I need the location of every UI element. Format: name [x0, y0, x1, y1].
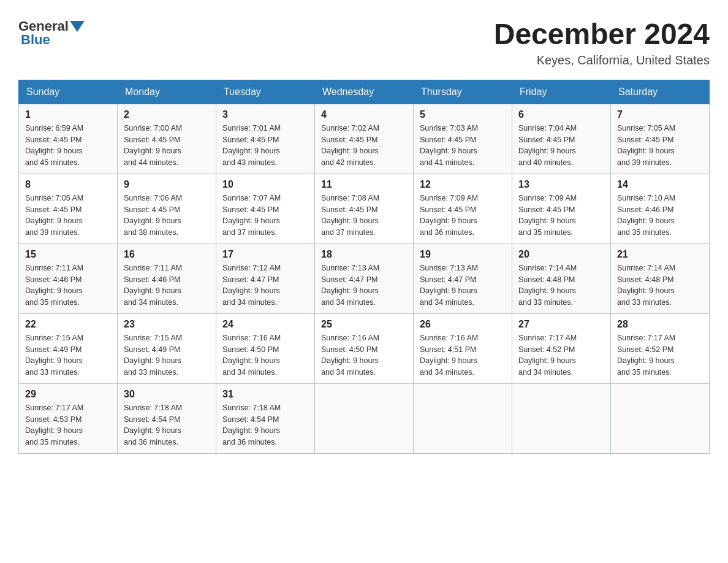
table-row: 20Sunrise: 7:14 AMSunset: 4:48 PMDayligh… [512, 243, 611, 313]
calendar-week-row: 1Sunrise: 6:59 AMSunset: 4:45 PMDaylight… [19, 104, 710, 174]
day-info: Sunrise: 7:02 AMSunset: 4:45 PMDaylight:… [321, 123, 407, 169]
month-year-title: December 2024 [494, 18, 710, 51]
day-info: Sunrise: 7:06 AMSunset: 4:45 PMDaylight:… [124, 193, 210, 239]
day-info: Sunrise: 7:09 AMSunset: 4:45 PMDaylight:… [420, 193, 506, 239]
day-number: 31 [222, 389, 308, 400]
day-info: Sunrise: 7:13 AMSunset: 4:47 PMDaylight:… [420, 262, 506, 308]
day-info: Sunrise: 7:15 AMSunset: 4:49 PMDaylight:… [124, 332, 210, 378]
day-info: Sunrise: 7:01 AMSunset: 4:45 PMDaylight:… [222, 123, 308, 169]
day-number: 4 [321, 109, 407, 120]
header-friday: Friday [512, 80, 611, 104]
table-row: 22Sunrise: 7:15 AMSunset: 4:49 PMDayligh… [19, 313, 118, 383]
table-row: 15Sunrise: 7:11 AMSunset: 4:46 PMDayligh… [19, 243, 118, 313]
table-row: 8Sunrise: 7:05 AMSunset: 4:45 PMDaylight… [19, 174, 118, 243]
day-number: 28 [617, 319, 703, 330]
day-number: 14 [617, 179, 703, 190]
table-row: 31Sunrise: 7:18 AMSunset: 4:54 PMDayligh… [216, 383, 315, 453]
day-number: 17 [222, 249, 308, 260]
logo-blue-text: Blue [21, 32, 50, 47]
table-row: 9Sunrise: 7:06 AMSunset: 4:45 PMDaylight… [118, 174, 216, 243]
day-info: Sunrise: 7:17 AMSunset: 4:52 PMDaylight:… [617, 332, 703, 378]
day-info: Sunrise: 6:59 AMSunset: 4:45 PMDaylight:… [25, 123, 111, 169]
day-info: Sunrise: 7:03 AMSunset: 4:45 PMDaylight:… [420, 123, 506, 169]
table-row: 26Sunrise: 7:16 AMSunset: 4:51 PMDayligh… [414, 313, 512, 383]
table-row [414, 383, 512, 453]
day-number: 9 [124, 179, 210, 190]
calendar-week-row: 8Sunrise: 7:05 AMSunset: 4:45 PMDaylight… [19, 174, 710, 243]
day-number: 22 [25, 319, 111, 330]
day-info: Sunrise: 7:18 AMSunset: 4:54 PMDaylight:… [222, 402, 308, 448]
table-row: 24Sunrise: 7:16 AMSunset: 4:50 PMDayligh… [216, 313, 315, 383]
table-row: 7Sunrise: 7:05 AMSunset: 4:45 PMDaylight… [611, 104, 710, 174]
day-number: 10 [222, 179, 308, 190]
day-number: 25 [321, 319, 407, 330]
day-number: 12 [420, 179, 506, 190]
table-row: 30Sunrise: 7:18 AMSunset: 4:54 PMDayligh… [118, 383, 216, 453]
table-row: 28Sunrise: 7:17 AMSunset: 4:52 PMDayligh… [611, 313, 710, 383]
header-tuesday: Tuesday [216, 80, 315, 104]
logo-triangle-icon [70, 21, 85, 32]
day-info: Sunrise: 7:08 AMSunset: 4:45 PMDaylight:… [321, 193, 407, 239]
table-row [512, 383, 611, 453]
calendar-week-row: 29Sunrise: 7:17 AMSunset: 4:53 PMDayligh… [19, 383, 710, 453]
day-info: Sunrise: 7:18 AMSunset: 4:54 PMDaylight:… [124, 402, 210, 448]
table-row: 16Sunrise: 7:11 AMSunset: 4:46 PMDayligh… [118, 243, 216, 313]
table-row: 27Sunrise: 7:17 AMSunset: 4:52 PMDayligh… [512, 313, 611, 383]
table-row: 2Sunrise: 7:00 AMSunset: 4:45 PMDaylight… [118, 104, 216, 174]
day-info: Sunrise: 7:09 AMSunset: 4:45 PMDaylight:… [518, 193, 604, 239]
table-row [611, 383, 710, 453]
day-number: 29 [25, 389, 111, 400]
table-row: 21Sunrise: 7:14 AMSunset: 4:48 PMDayligh… [611, 243, 710, 313]
day-number: 18 [321, 249, 407, 260]
day-info: Sunrise: 7:12 AMSunset: 4:47 PMDaylight:… [222, 262, 308, 308]
day-info: Sunrise: 7:14 AMSunset: 4:48 PMDaylight:… [518, 262, 604, 308]
page-header: General Blue December 2024 Keyes, Califo… [18, 18, 710, 67]
day-info: Sunrise: 7:16 AMSunset: 4:50 PMDaylight:… [222, 332, 308, 378]
title-section: December 2024 Keyes, California, United … [494, 18, 710, 67]
table-row: 18Sunrise: 7:13 AMSunset: 4:47 PMDayligh… [315, 243, 414, 313]
day-info: Sunrise: 7:00 AMSunset: 4:45 PMDaylight:… [124, 123, 210, 169]
day-number: 13 [518, 179, 604, 190]
day-info: Sunrise: 7:16 AMSunset: 4:51 PMDaylight:… [420, 332, 506, 378]
table-row: 10Sunrise: 7:07 AMSunset: 4:45 PMDayligh… [216, 174, 315, 243]
day-number: 26 [420, 319, 506, 330]
day-number: 23 [124, 319, 210, 330]
calendar-week-row: 15Sunrise: 7:11 AMSunset: 4:46 PMDayligh… [19, 243, 710, 313]
header-sunday: Sunday [19, 80, 118, 104]
table-row: 25Sunrise: 7:16 AMSunset: 4:50 PMDayligh… [315, 313, 414, 383]
day-number: 15 [25, 249, 111, 260]
table-row: 11Sunrise: 7:08 AMSunset: 4:45 PMDayligh… [315, 174, 414, 243]
table-row: 4Sunrise: 7:02 AMSunset: 4:45 PMDaylight… [315, 104, 414, 174]
day-info: Sunrise: 7:05 AMSunset: 4:45 PMDaylight:… [25, 193, 111, 239]
day-info: Sunrise: 7:07 AMSunset: 4:45 PMDaylight:… [222, 193, 308, 239]
location-text: Keyes, California, United States [494, 53, 710, 67]
table-row: 5Sunrise: 7:03 AMSunset: 4:45 PMDaylight… [414, 104, 512, 174]
day-info: Sunrise: 7:13 AMSunset: 4:47 PMDaylight:… [321, 262, 407, 308]
day-number: 24 [222, 319, 308, 330]
day-info: Sunrise: 7:14 AMSunset: 4:48 PMDaylight:… [617, 262, 703, 308]
table-row: 12Sunrise: 7:09 AMSunset: 4:45 PMDayligh… [414, 174, 512, 243]
day-number: 5 [420, 109, 506, 120]
day-number: 11 [321, 179, 407, 190]
header-thursday: Thursday [414, 80, 512, 104]
calendar-week-row: 22Sunrise: 7:15 AMSunset: 4:49 PMDayligh… [19, 313, 710, 383]
day-number: 6 [518, 109, 604, 120]
table-row: 1Sunrise: 6:59 AMSunset: 4:45 PMDaylight… [19, 104, 118, 174]
calendar-header-row: Sunday Monday Tuesday Wednesday Thursday… [19, 80, 710, 104]
table-row: 3Sunrise: 7:01 AMSunset: 4:45 PMDaylight… [216, 104, 315, 174]
table-row: 17Sunrise: 7:12 AMSunset: 4:47 PMDayligh… [216, 243, 315, 313]
day-info: Sunrise: 7:17 AMSunset: 4:52 PMDaylight:… [518, 332, 604, 378]
day-number: 16 [124, 249, 210, 260]
day-info: Sunrise: 7:10 AMSunset: 4:46 PMDaylight:… [617, 193, 703, 239]
header-monday: Monday [118, 80, 216, 104]
header-saturday: Saturday [611, 80, 710, 104]
day-number: 27 [518, 319, 604, 330]
day-number: 30 [124, 389, 210, 400]
table-row: 13Sunrise: 7:09 AMSunset: 4:45 PMDayligh… [512, 174, 611, 243]
day-info: Sunrise: 7:11 AMSunset: 4:46 PMDaylight:… [25, 262, 111, 308]
day-number: 3 [222, 109, 308, 120]
table-row: 6Sunrise: 7:04 AMSunset: 4:45 PMDaylight… [512, 104, 611, 174]
table-row: 29Sunrise: 7:17 AMSunset: 4:53 PMDayligh… [19, 383, 118, 453]
logo: General Blue [18, 18, 86, 48]
day-info: Sunrise: 7:15 AMSunset: 4:49 PMDaylight:… [25, 332, 111, 378]
